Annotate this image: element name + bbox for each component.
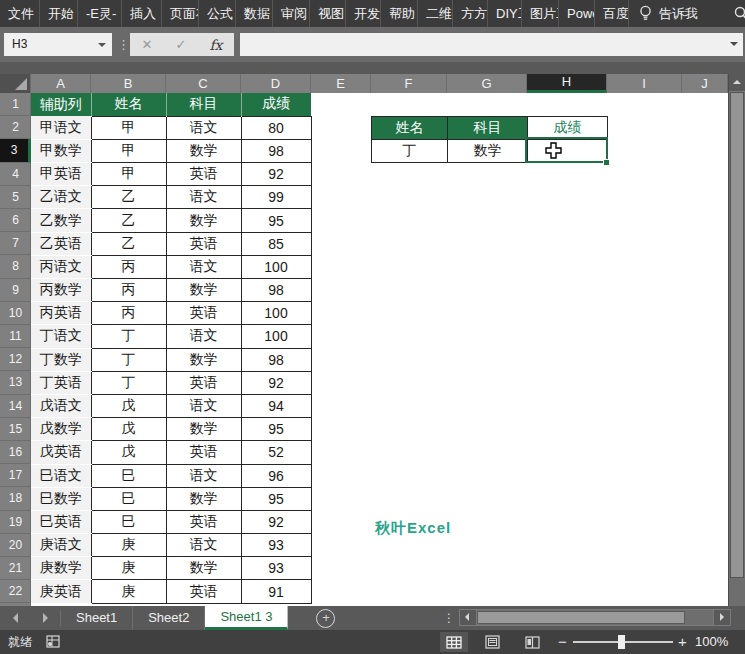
cell-D7[interactable]: 85	[241, 232, 311, 255]
page-layout-view-button[interactable]	[478, 632, 506, 652]
horizontal-scrollbar[interactable]	[459, 609, 731, 626]
cell-A14[interactable]: 戊语文	[31, 394, 91, 417]
selected-cell-border[interactable]	[525, 137, 608, 163]
name-box[interactable]: H3	[4, 33, 112, 56]
zoom-slider-thumb[interactable]	[618, 635, 625, 649]
cell-D19[interactable]: 92	[241, 510, 311, 533]
horizontal-scroll-thumb[interactable]	[477, 611, 685, 624]
cell-C22[interactable]: 英语	[166, 580, 241, 603]
add-sheet-button[interactable]: +	[316, 609, 335, 628]
sheet-tab-sheet1[interactable]: Sheet1	[61, 606, 133, 630]
zoom-out-button[interactable]: −	[558, 630, 567, 654]
cell-A6[interactable]: 乙数学	[31, 209, 91, 232]
cell-A5[interactable]: 乙语文	[31, 186, 91, 209]
cell-C3[interactable]: 数学	[166, 139, 241, 162]
tab-bar-overflow-icon[interactable]: ⋮	[443, 606, 455, 630]
page-break-view-button[interactable]	[518, 632, 546, 652]
cell-D22[interactable]: 91	[241, 580, 311, 603]
cell-A10[interactable]: 丙英语	[31, 302, 91, 325]
cell-C18[interactable]: 数学	[166, 487, 241, 510]
vertical-scroll-thumb[interactable]	[730, 92, 744, 578]
ribbon-tab-7[interactable]: 数据	[236, 0, 273, 27]
row-header-18[interactable]: 18	[0, 487, 31, 510]
row-header-15[interactable]: 15	[0, 418, 31, 441]
sheet-nav-right-button[interactable]	[30, 606, 60, 630]
cancel-icon[interactable]: ✕	[142, 37, 153, 52]
cell-A4[interactable]: 甲英语	[31, 163, 91, 186]
cell-B6[interactable]: 乙	[91, 209, 166, 232]
fill-handle[interactable]	[603, 159, 610, 166]
row-header-4[interactable]: 4	[0, 163, 31, 186]
row-header-16[interactable]: 16	[0, 441, 31, 464]
cell-C15[interactable]: 数学	[166, 418, 241, 441]
cell-D9[interactable]: 98	[241, 279, 311, 302]
cell-A20[interactable]: 庚语文	[31, 534, 91, 557]
column-header-G[interactable]: G	[447, 74, 527, 93]
cell-A18[interactable]: 巳数学	[31, 487, 91, 510]
cell-A13[interactable]: 丁英语	[31, 371, 91, 394]
cell-C5[interactable]: 语文	[166, 186, 241, 209]
ribbon-tab-6[interactable]: 公式	[199, 0, 236, 27]
row-header-14[interactable]: 14	[0, 395, 31, 418]
cell-B16[interactable]: 戊	[91, 441, 166, 464]
cell-D17[interactable]: 96	[241, 464, 311, 487]
cell-C19[interactable]: 英语	[166, 510, 241, 533]
ribbon-tab-8[interactable]: 审阅	[273, 0, 310, 27]
scroll-up-button[interactable]	[729, 74, 745, 92]
ribbon-tab-16[interactable]: Powe	[559, 0, 595, 27]
cell-B21[interactable]: 庚	[91, 557, 166, 580]
ribbon-tab-2[interactable]: 开始	[40, 0, 78, 27]
cell-A9[interactable]: 丙数学	[31, 279, 91, 302]
cell-B9[interactable]: 丙	[91, 279, 166, 302]
column-header-A[interactable]: A	[31, 74, 91, 93]
formula-bar-grip-icon[interactable]: ⋮	[117, 29, 130, 60]
ribbon-tab-17[interactable]: 百度网	[595, 0, 629, 27]
cell-B7[interactable]: 乙	[91, 232, 166, 255]
row-header-2[interactable]: 2	[0, 116, 31, 139]
cell-B18[interactable]: 巳	[91, 487, 166, 510]
cell-C4[interactable]: 英语	[166, 163, 241, 186]
cell-D15[interactable]: 95	[241, 418, 311, 441]
cell-B15[interactable]: 戊	[91, 418, 166, 441]
cell-D10[interactable]: 100	[241, 302, 311, 325]
cell-B10[interactable]: 丙	[91, 302, 166, 325]
select-all-button[interactable]	[0, 74, 31, 93]
row-header-9[interactable]: 9	[0, 279, 31, 302]
row-header-21[interactable]: 21	[0, 557, 31, 580]
sheet-tab-sheet1-3[interactable]: Sheet1 3	[205, 606, 288, 630]
cell-D18[interactable]: 95	[241, 487, 311, 510]
cell-B13[interactable]: 丁	[91, 371, 166, 394]
macro-record-icon[interactable]	[46, 635, 60, 648]
cell-C8[interactable]: 语文	[166, 255, 241, 278]
row-header-12[interactable]: 12	[0, 348, 31, 371]
cell-D2[interactable]: 80	[241, 116, 311, 139]
normal-view-button[interactable]	[440, 632, 468, 652]
cell-A11[interactable]: 丁语文	[31, 325, 91, 348]
cell-C10[interactable]: 英语	[166, 302, 241, 325]
cell-A3[interactable]: 甲数学	[31, 139, 91, 162]
cell-A17[interactable]: 巳语文	[31, 464, 91, 487]
ribbon-tab-1[interactable]: 文件	[0, 0, 40, 27]
ribbon-tab-4[interactable]: 插入	[122, 0, 162, 27]
cell-B12[interactable]: 丁	[91, 348, 166, 371]
cell-D14[interactable]: 94	[241, 394, 311, 417]
ribbon-tab-14[interactable]: DIY工	[488, 0, 522, 27]
cell-C6[interactable]: 数学	[166, 209, 241, 232]
column-header-F[interactable]: F	[371, 74, 447, 93]
ribbon-tab-9[interactable]: 视图	[310, 0, 346, 27]
cell-C11[interactable]: 语文	[166, 325, 241, 348]
ribbon-tab-13[interactable]: 方方格	[453, 0, 488, 27]
column-header-E[interactable]: E	[311, 74, 371, 93]
cell-B4[interactable]: 甲	[91, 163, 166, 186]
zoom-level-label[interactable]: 100%	[695, 630, 728, 654]
row-header-5[interactable]: 5	[0, 186, 31, 209]
column-header-C[interactable]: C	[166, 74, 241, 93]
vertical-scrollbar[interactable]	[728, 74, 745, 606]
cell-C14[interactable]: 语文	[166, 394, 241, 417]
zoom-in-button[interactable]: +	[678, 630, 687, 654]
cell-B3[interactable]: 甲	[91, 139, 166, 162]
sheet-tab-sheet2[interactable]: Sheet2	[133, 606, 205, 630]
enter-icon[interactable]: ✓	[175, 37, 186, 52]
cell-B19[interactable]: 巳	[91, 510, 166, 533]
cell-B20[interactable]: 庚	[91, 534, 166, 557]
